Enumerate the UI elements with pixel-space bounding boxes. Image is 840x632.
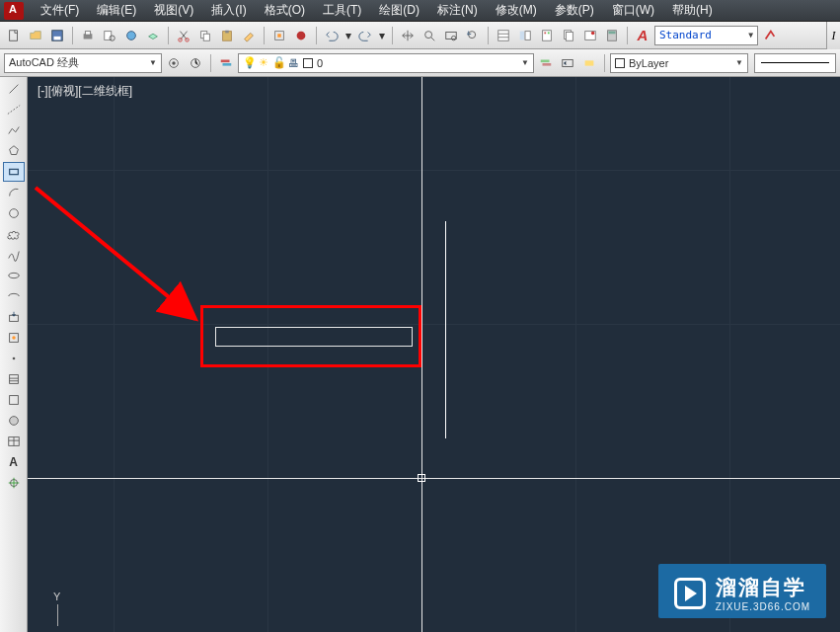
svg-rect-25: [525, 31, 530, 40]
undo-button[interactable]: [322, 26, 342, 45]
layer-previous-button[interactable]: [558, 53, 577, 73]
circle-tool[interactable]: [3, 203, 25, 223]
tool-palettes-button[interactable]: [537, 26, 557, 45]
menu-help[interactable]: 帮助(H): [663, 0, 722, 22]
svg-rect-4: [85, 31, 90, 35]
standard-toolbar: ▾ ▾ A Standard ▼: [0, 22, 840, 49]
quickcalc-button[interactable]: [602, 26, 622, 45]
match-properties-button[interactable]: [239, 26, 259, 45]
sun-icon: ☀: [259, 56, 268, 69]
layer-isolate-button[interactable]: [579, 53, 599, 73]
polyline-tool[interactable]: [3, 120, 25, 140]
rectangle-entity[interactable]: [215, 327, 413, 347]
dim-style-icon[interactable]: I: [826, 22, 840, 49]
properties-button[interactable]: [494, 26, 513, 45]
text-style-manager-button[interactable]: [760, 26, 780, 45]
lineweight-control[interactable]: [754, 53, 836, 73]
hatch-tool[interactable]: [3, 369, 25, 389]
separator: [604, 54, 605, 72]
layer-states-button[interactable]: [536, 53, 556, 73]
svg-point-47: [9, 209, 18, 218]
menu-modify[interactable]: 修改(M): [487, 0, 546, 22]
3dprint-button[interactable]: [143, 26, 163, 45]
insert-block-tool[interactable]: [3, 307, 25, 327]
color-value: ByLayer: [629, 57, 668, 69]
save-button[interactable]: [47, 26, 67, 45]
print-preview-button[interactable]: [100, 26, 119, 45]
viewport-label[interactable]: [-][俯视][二维线框]: [38, 83, 132, 100]
watermark-badge: 溜溜自学 ZIXUE.3D66.COM: [658, 564, 826, 618]
menu-window[interactable]: 窗口(W): [603, 0, 663, 22]
add-selected-tool[interactable]: [3, 473, 25, 493]
menu-view[interactable]: 视图(V): [145, 0, 202, 22]
layers-properties-toolbar: AutoCAD 经典 ▼ 💡 ☀ 🔓 🖶 0 ▼ ByLayer ▼: [0, 49, 840, 77]
color-swatch: [615, 58, 625, 68]
drawing-area[interactable]: [-][俯视][二维线框] Y: [28, 77, 840, 632]
cursor-pickbox: [418, 474, 425, 482]
sheet-set-button[interactable]: [559, 26, 578, 45]
undo-dropdown-icon[interactable]: ▾: [344, 26, 353, 45]
region-tool[interactable]: [3, 411, 25, 431]
point-tool[interactable]: [3, 349, 25, 368]
pan-button[interactable]: [398, 26, 418, 45]
table-tool[interactable]: [3, 432, 25, 451]
publish-button[interactable]: [121, 26, 141, 45]
design-center-button[interactable]: [515, 26, 535, 45]
spline-tool[interactable]: [3, 245, 25, 265]
layer-dropdown[interactable]: 💡 ☀ 🔓 🖶 0 ▼: [238, 53, 534, 73]
polygon-tool[interactable]: [3, 141, 25, 161]
arc-tool[interactable]: [3, 183, 25, 202]
workspace-dropdown[interactable]: AutoCAD 经典 ▼: [4, 53, 162, 73]
rectangle-tool[interactable]: [3, 162, 25, 182]
separator: [488, 27, 489, 44]
print-button[interactable]: [78, 26, 98, 45]
menu-parametric[interactable]: 参数(P): [546, 0, 603, 22]
layer-properties-button[interactable]: [216, 53, 236, 73]
zoom-window-button[interactable]: [441, 26, 461, 45]
svg-rect-39: [223, 63, 232, 66]
cut-button[interactable]: [174, 26, 193, 45]
menu-file[interactable]: 文件(F): [32, 0, 88, 22]
construction-line-tool[interactable]: [3, 100, 25, 119]
grid-line: [729, 77, 730, 632]
gradient-tool[interactable]: [3, 390, 25, 410]
workspace-switch-button[interactable]: [186, 53, 205, 73]
svg-rect-13: [225, 30, 229, 33]
redo-dropdown-icon[interactable]: ▾: [377, 26, 387, 45]
separator: [316, 27, 317, 44]
revision-cloud-tool[interactable]: [3, 224, 25, 244]
svg-point-51: [12, 336, 16, 340]
play-icon: [674, 578, 706, 609]
copy-button[interactable]: [195, 26, 215, 45]
line-tool[interactable]: [3, 79, 25, 99]
action-recorder-button[interactable]: [291, 26, 311, 45]
svg-rect-27: [544, 32, 546, 34]
block-editor-button[interactable]: [269, 26, 289, 45]
text-style-dropdown[interactable]: Standard ▼: [654, 26, 758, 45]
svg-rect-21: [498, 30, 509, 40]
make-block-tool[interactable]: [3, 328, 25, 348]
mtext-tool[interactable]: A: [3, 452, 25, 472]
markup-button[interactable]: [580, 26, 600, 45]
ellipse-tool[interactable]: [3, 266, 25, 285]
svg-line-44: [9, 85, 18, 94]
redo-button[interactable]: [355, 26, 375, 45]
new-button[interactable]: [4, 26, 24, 45]
open-button[interactable]: [26, 26, 45, 45]
ellipse-arc-tool[interactable]: [3, 286, 25, 306]
menu-tools[interactable]: 工具(T): [314, 0, 370, 22]
svg-point-16: [297, 31, 306, 40]
menu-format[interactable]: 格式(O): [256, 0, 314, 22]
menu-dimension[interactable]: 标注(N): [428, 0, 487, 22]
menu-edit[interactable]: 编辑(E): [88, 0, 145, 22]
zoom-previous-button[interactable]: [463, 26, 483, 45]
workspace-settings-button[interactable]: [164, 53, 184, 73]
svg-point-20: [469, 31, 476, 38]
paste-button[interactable]: [217, 26, 237, 45]
svg-rect-15: [277, 34, 281, 38]
text-style-icon[interactable]: A: [633, 26, 652, 45]
menu-draw[interactable]: 绘图(D): [370, 0, 428, 22]
color-control-dropdown[interactable]: ByLayer ▼: [610, 53, 748, 73]
menu-insert[interactable]: 插入(I): [202, 0, 255, 22]
zoom-realtime-button[interactable]: [420, 26, 439, 45]
